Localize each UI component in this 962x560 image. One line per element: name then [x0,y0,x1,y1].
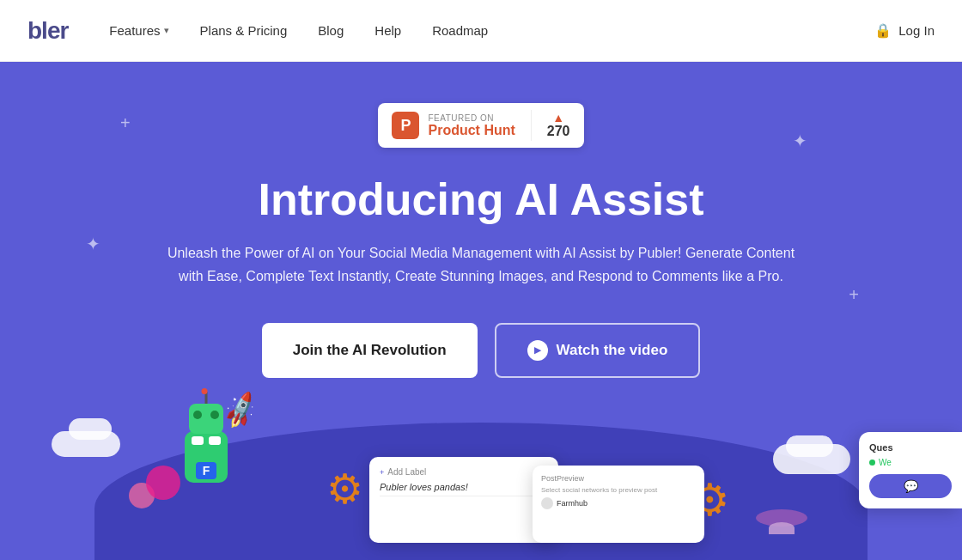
sparkle-icon: + [849,285,859,305]
nav-help[interactable]: Help [374,23,401,38]
post-text: Publer loves pandas! [380,482,548,492]
navbar: bler Features ▾ Plans & Pricing Blog Hel… [0,0,962,62]
play-icon: ▶ [527,340,548,361]
chat-bubble-icon: 💬 [904,479,918,493]
avatar-icon [541,497,553,509]
nav-features-label: Features [109,23,160,38]
sparkle-icon: ✦ [793,131,807,151]
preview-account: Farmhub [541,497,696,509]
ufo-decoration [756,509,807,534]
product-hunt-label: Product Hunt [428,123,514,138]
login-label: Log In [898,23,935,38]
chat-widget[interactable]: Ques We 💬 [859,432,962,508]
nav-plans[interactable]: Plans & Pricing [200,23,288,38]
hero-subtitle: Unleash the Power of AI on Your Social M… [163,241,799,288]
chat-button[interactable]: 💬 [869,474,952,498]
badge-divider [531,110,532,141]
preview-title: PostPreview [541,474,696,483]
rocket-icon: 🚀 [219,389,263,431]
preview-subtitle: Select social networks to preview post [541,486,696,494]
nav-plans-label: Plans & Pricing [200,23,288,38]
hero-title: Introducing AI Assist [258,175,703,224]
preview-name: Farmhub [557,499,588,508]
watch-video-label: Watch the video [557,342,668,359]
robot-character: F [185,431,228,483]
sparkle-icon: + [120,113,131,133]
nav-help-label: Help [374,23,401,38]
product-hunt-text: FEATURED ON Product Hunt [428,113,514,138]
chat-status: We [869,458,952,467]
cloud-left-top [69,418,112,440]
nav-roadmap[interactable]: Roadmap [432,23,488,38]
flower-decoration [146,466,180,500]
preview-title-text: PostPreview [541,474,584,483]
chevron-down-icon: ▾ [164,25,169,36]
product-hunt-logo: P [392,112,419,139]
triangle-icon: ▲ [552,112,564,124]
add-label: Add Label [387,467,426,477]
join-revolution-button[interactable]: Join the AI Revolution [262,323,478,378]
chat-widget-title: Ques [869,442,952,453]
login-button[interactable]: 🔒 Log In [874,22,935,39]
nav-roadmap-label: Roadmap [432,23,488,38]
nav-blog-label: Blog [318,23,344,38]
nav-features[interactable]: Features ▾ [109,23,168,38]
cloud-right-top [786,435,833,457]
nav-blog[interactable]: Blog [318,23,344,38]
sparkle-icon: ✦ [86,234,100,254]
chat-status-label: We [879,458,892,467]
hero-section: + ✦ ✦ + P FEATURED ON Product Hunt ▲ 270… [0,62,962,560]
post-preview-mockup: PostPreview Select social networks to pr… [533,466,704,543]
featured-on-label: FEATURED ON [428,113,514,123]
post-input-area: Publer loves pandas! [380,482,548,496]
hero-illustration: F 🚀 ⚙ ⚙ + [0,388,962,560]
product-hunt-badge[interactable]: P FEATURED ON Product Hunt ▲ 270 [378,103,583,148]
nav-links: Features ▾ Plans & Pricing Blog Help Roa… [109,23,874,38]
lock-icon: 🔒 [874,22,892,39]
brand-logo: bler [27,17,68,45]
online-indicator [869,460,875,466]
gear-icon-left: ⚙ [326,465,363,513]
product-hunt-count: ▲ 270 [547,112,570,139]
add-post-header: + Add Label [380,467,548,477]
cta-buttons: Join the AI Revolution ▶ Watch the video [262,323,701,378]
watch-video-button[interactable]: ▶ Watch the video [495,323,701,378]
count-number: 270 [547,124,570,139]
add-post-mockup: + Add Label Publer loves pandas! [369,457,558,543]
